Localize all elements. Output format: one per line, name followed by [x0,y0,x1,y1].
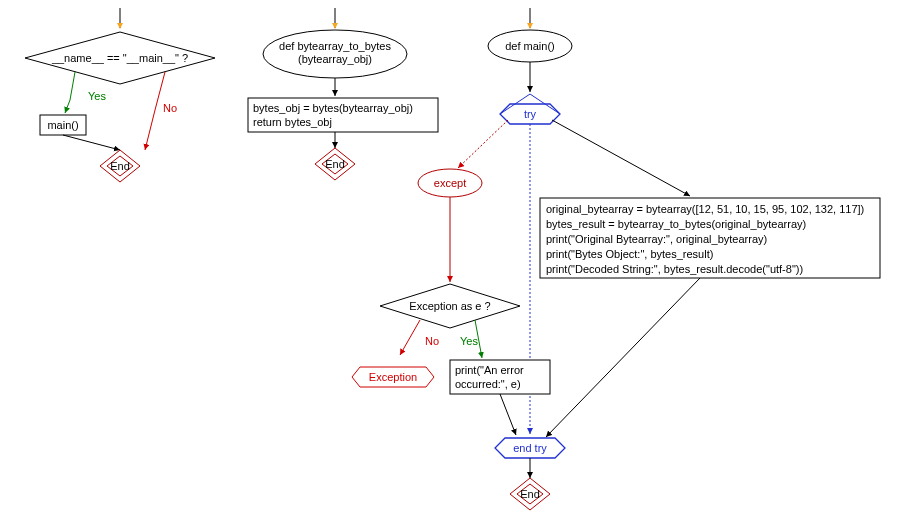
flowchart-func-def: def bytearray_to_bytes (bytearray_obj) b… [248,8,438,180]
print-err-l1: print("An error [455,364,524,376]
no-edge-1 [145,72,165,150]
no-label-1: No [163,102,177,114]
yes-label-1: Yes [88,90,106,102]
body-line1: bytes_obj = bytes(bytearray_obj) [253,102,413,114]
end-terminator-2: End [315,148,355,180]
try-body-l4: print("Bytes Object:", bytes_result) [546,248,713,260]
print-err-l2: occurred:", e) [455,378,521,390]
end-terminator-3: End [510,478,550,510]
def-line2: (bytearray_obj) [298,53,372,65]
yes-edge-1 [65,72,75,113]
flowchart-main-guard: __name__ == "__main__" ? Yes main() No E… [25,8,215,182]
body-line2: return bytes_obj [253,116,332,128]
try-body-l2: bytes_result = bytearray_to_bytes(origin… [546,218,806,230]
except-label: except [434,177,466,189]
main-call-label: main() [47,119,78,131]
try-label: try [524,108,537,120]
try-body-l5: print("Decoded String:", bytes_result.de… [546,263,803,275]
exception-decision-label: Exception as e ? [409,300,490,312]
end-label-2: End [325,158,345,170]
def-line1: def bytearray_to_bytes [279,40,391,52]
main-to-end [63,135,120,150]
try-body-l1: original_bytearray = bytearray([12, 51, … [546,203,864,215]
no-label-3: No [425,335,439,347]
def-main-label: def main() [505,40,555,52]
exception-terminal-label: Exception [369,371,417,383]
printerr-to-endtry [500,394,516,435]
end-try-label: end try [513,442,547,454]
no-edge-3 [400,320,420,355]
end-label-3: End [520,488,540,500]
try-to-except [458,120,508,168]
end-label-1: End [110,160,130,172]
flowchart-main-func: def main() try except original_bytearray… [352,8,880,510]
try-body-l3: print("Original Bytearray:", original_by… [546,233,767,245]
try-to-body [552,120,690,196]
end-terminator-1: End [100,150,140,182]
decision-label: __name__ == "__main__" ? [51,52,188,64]
yes-label-3: Yes [460,335,478,347]
trybody-to-endtry [546,278,700,437]
flowchart-canvas: __name__ == "__main__" ? Yes main() No E… [0,0,902,521]
